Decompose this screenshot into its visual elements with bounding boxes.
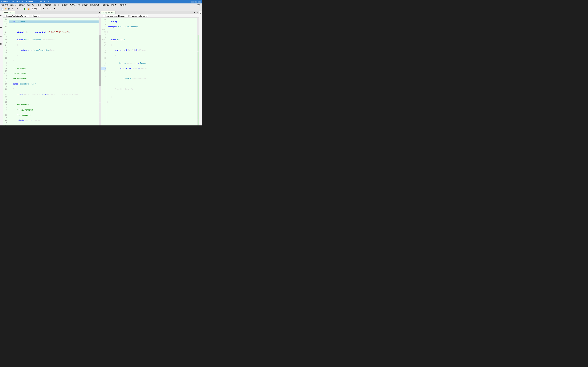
login-button[interactable]: 登录 — [196, 4, 201, 7]
tab-model-cs[interactable]: Model.cs ✕ — [3, 11, 15, 14]
menu-help[interactable]: 帮助(H) — [119, 4, 127, 7]
menu-debug[interactable]: 调试(D) — [43, 4, 52, 7]
menu-arch[interactable]: 体系结构(C) — [89, 4, 101, 7]
menu-visualsvn[interactable]: VISUALSVN — [69, 4, 81, 6]
vs-icon: ▶ — [1, 0, 2, 3]
left-code-content[interactable]: class Person { { string[] Datas = new st… — [8, 17, 99, 125]
resource-view-tab[interactable]: 资源视图 — [0, 41, 3, 50]
right-member-dropdown[interactable]: Main(string[] args) — [131, 15, 148, 17]
redo-button[interactable]: ↪ — [19, 7, 22, 10]
right-panel-scroll-up[interactable]: ▲ — [196, 11, 199, 14]
menu-build[interactable]: 生成(B) — [35, 4, 43, 7]
tab-model-cs-label: Model.cs — [4, 12, 13, 14]
program-cs-panel: Program.cs ✕ ▼ ▲ ⚙ ConsoleApplication1.P… — [101, 11, 199, 125]
right-dropdown-bar: ⚙ ConsoleApplication1.Program ⚙ Main(str… — [101, 14, 199, 17]
solution-explorer-tab[interactable]: 解决方案资源管理器 — [0, 12, 3, 23]
window-title: ConsoleApplication1 - Microsoft Visual S… — [3, 1, 191, 3]
menu-window[interactable]: 窗口(W) — [110, 4, 119, 7]
attach-button[interactable]: ⏩ — [27, 7, 30, 10]
menu-view[interactable]: 视图(V) — [18, 4, 26, 7]
minimize-button[interactable]: ─ — [191, 0, 194, 3]
step-in-button[interactable]: ↙ — [49, 7, 52, 10]
right-sidebar: 属性 — [199, 11, 202, 125]
right-code-body: 11 12 13 14 0个引用 15 16 0个引用 17 18 19 20 … — [101, 17, 199, 125]
step-over-button[interactable]: ⤵ — [46, 7, 49, 10]
right-line-numbers: 11 12 13 14 0个引用 15 16 0个引用 17 18 19 20 … — [101, 17, 106, 125]
right-tab-bar: Program.cs ✕ ▼ ▲ — [101, 11, 199, 14]
menu-edit[interactable]: 编辑(E) — [9, 4, 17, 7]
tab-program-cs-label: Program.cs — [102, 12, 113, 14]
menu-project[interactable]: 项目(P) — [26, 4, 35, 7]
menu-tools[interactable]: 工具(T) — [61, 4, 69, 7]
model-cs-panel: Model.cs ✕ ▼ ⚙ ConsoleApplication1.Perso… — [3, 11, 101, 125]
menu-analyze[interactable]: 分析(N) — [102, 4, 110, 7]
left-code-body: 11 2个引用 12 13 14 0个引用 15 16 17 18 19 20 … — [3, 17, 101, 125]
tab-program-cs[interactable]: Program.cs ✕ — [101, 11, 116, 14]
left-sidebar: 解决方案资源管理器 团队资源管理器 工具箱 资源视图 — [0, 11, 3, 125]
left-scrollbar[interactable] — [99, 17, 101, 125]
start-button[interactable]: ▶ — [23, 7, 26, 10]
step-out-button[interactable]: ↗ — [53, 7, 56, 10]
left-member-dropdown[interactable]: Datas — [31, 15, 40, 17]
right-code-content[interactable]: +using [...] ─namespace ConsoleApplicati… — [106, 17, 197, 125]
toolbox-tab[interactable]: 工具箱 — [0, 35, 3, 41]
menu-team[interactable]: 团队(M) — [52, 4, 61, 7]
close-program-cs-icon[interactable]: ✕ — [113, 12, 114, 14]
right-panel-expand-button[interactable]: ▼ — [193, 11, 196, 14]
open-button[interactable]: 📂 — [4, 7, 7, 10]
window-controls[interactable]: ─ □ ✕ — [191, 0, 201, 3]
left-class-dropdown[interactable]: ConsoleApplication1.Person — [5, 15, 29, 17]
menu-test[interactable]: 测试(S) — [81, 4, 89, 7]
save-button[interactable]: 💾 — [8, 7, 11, 10]
menu-bar: 文件(F) 编辑(E) 视图(V) 项目(P) 生成(B) 调试(D) 团队(M… — [0, 3, 202, 7]
undo-button[interactable]: ↩ — [16, 7, 19, 10]
left-panel-expand-button[interactable]: ▼ — [98, 11, 101, 14]
debug-mode-select[interactable]: Debug — [30, 7, 41, 10]
left-line-numbers: 11 2个引用 12 13 14 0个引用 15 16 17 18 19 20 … — [3, 17, 8, 125]
right-class-dropdown[interactable]: ConsoleApplication1.Program — [103, 15, 128, 17]
breakpoint-button[interactable]: ⏺ — [42, 7, 45, 10]
new-project-button[interactable]: 📄 — [0, 7, 4, 10]
toolbar-separator-2 — [23, 8, 23, 10]
title-bar: ▶ ConsoleApplication1 - Microsoft Visual… — [0, 0, 202, 3]
close-model-cs-icon[interactable]: ✕ — [13, 12, 14, 14]
team-explorer-tab[interactable]: 团队资源管理器 — [0, 23, 3, 35]
left-tab-bar: Model.cs ✕ ▼ — [3, 11, 101, 14]
toolbar: 📄 📂 💾 🗂 ↩ ↪ ▶ ⏩ Debug ⏺ ⤵ ↙ ↗ — [0, 7, 202, 11]
close-button[interactable]: ✕ — [198, 0, 201, 3]
left-panel-scroll-up[interactable]: ▲ — [97, 14, 100, 17]
maximize-button[interactable]: □ — [195, 0, 197, 3]
left-dropdown-bar: ⚙ ConsoleApplication1.Person ⚙ Datas ▲ — [3, 14, 101, 17]
menu-file[interactable]: 文件(F) — [0, 4, 9, 7]
toolbar-separator-3 — [42, 8, 42, 10]
right-scrollbar[interactable] — [197, 17, 199, 125]
save-all-button[interactable]: 🗂 — [11, 7, 14, 10]
